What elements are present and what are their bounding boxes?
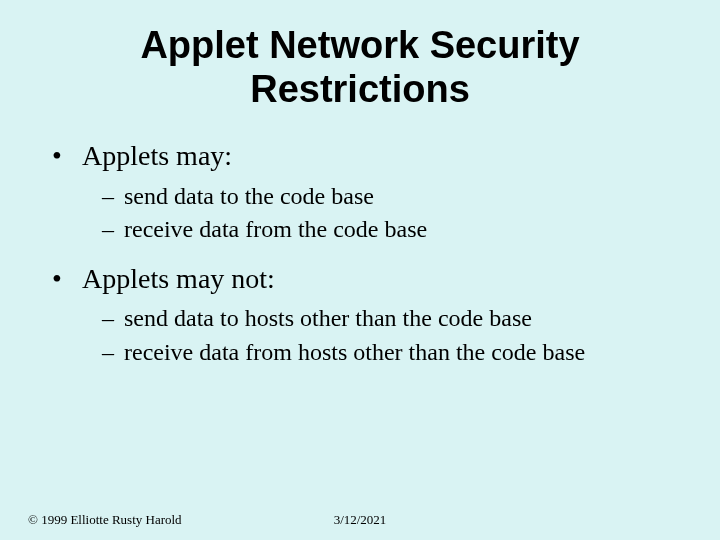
sub-bullet-item: receive data from hosts other than the c… bbox=[102, 337, 692, 368]
sub-bullet-item: send data to the code base bbox=[102, 181, 692, 212]
slide: Applet Network Security Restrictions App… bbox=[0, 0, 720, 540]
bullet-heading: Applets may: bbox=[82, 140, 232, 171]
sub-bullet-list: send data to the code base receive data … bbox=[102, 181, 692, 245]
bullet-list: Applets may: send data to the code base … bbox=[52, 137, 692, 367]
bullet-item: Applets may not: send data to hosts othe… bbox=[52, 260, 692, 368]
sub-bullet-text: receive data from the code base bbox=[124, 216, 427, 242]
slide-title: Applet Network Security Restrictions bbox=[28, 24, 692, 111]
sub-bullet-item: receive data from the code base bbox=[102, 214, 692, 245]
sub-bullet-list: send data to hosts other than the code b… bbox=[102, 303, 692, 367]
sub-bullet-item: send data to hosts other than the code b… bbox=[102, 303, 692, 334]
sub-bullet-text: receive data from hosts other than the c… bbox=[124, 339, 585, 365]
sub-bullet-text: send data to the code base bbox=[124, 183, 374, 209]
bullet-item: Applets may: send data to the code base … bbox=[52, 137, 692, 245]
bullet-heading: Applets may not: bbox=[82, 263, 275, 294]
footer-date: 3/12/2021 bbox=[0, 513, 720, 526]
sub-bullet-text: send data to hosts other than the code b… bbox=[124, 305, 532, 331]
